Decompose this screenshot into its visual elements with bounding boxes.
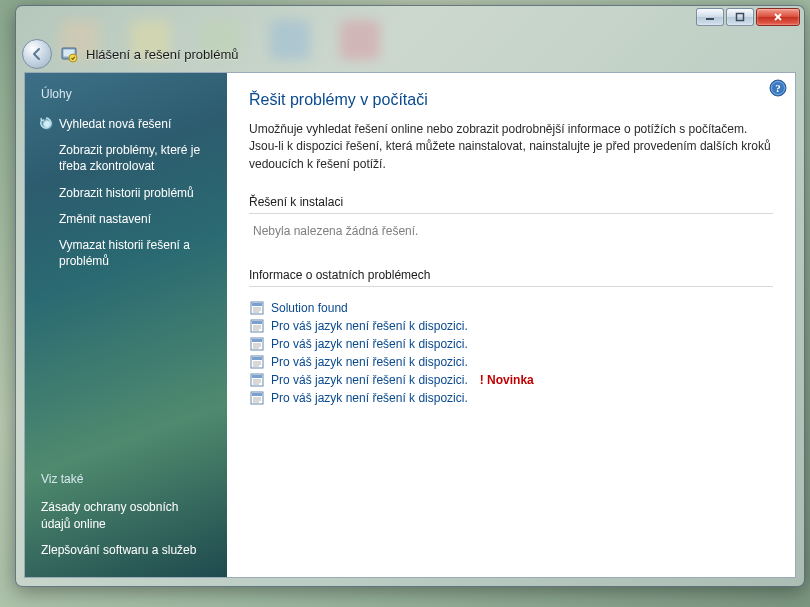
problem-item: Pro váš jazyk není řešení k dispozici. [249, 389, 773, 407]
problem-list: Solution found Pro váš jazyk není řešení… [249, 295, 773, 407]
see-also-label: Zásady ochrany osobních údajů online [41, 500, 178, 530]
back-button[interactable] [22, 39, 52, 69]
sidebar-item-label: Změnit nastavení [59, 212, 151, 226]
app-icon [60, 45, 78, 63]
sidebar-item-clear-history[interactable]: Vymazat historii řešení a problémů [41, 232, 211, 274]
sidebar-item-search-solutions[interactable]: Vyhledat nová řešení [41, 111, 211, 137]
problem-item: Pro váš jazyk není řešení k dispozici. [249, 335, 773, 353]
main-panel: ? Řešit problémy v počítači Umožňuje vyh… [227, 73, 795, 577]
problem-item: Pro váš jazyk není řešení k dispozici. [249, 317, 773, 335]
window-frame: Hlášení a řešení problémů Úlohy Vyhledat… [15, 5, 805, 587]
sidebar-item-label: Zobrazit problémy, které je třeba zkontr… [59, 143, 200, 173]
problem-item: Solution found [249, 299, 773, 317]
document-icon [249, 372, 265, 388]
document-icon [249, 318, 265, 334]
breadcrumb: Hlášení a řešení problémů [86, 47, 238, 62]
problem-link[interactable]: Pro váš jazyk není řešení k dispozici. [271, 337, 468, 351]
tasks-heading: Úlohy [41, 87, 211, 101]
problem-link[interactable]: Solution found [271, 301, 348, 315]
task-list: Vyhledat nová řešení Zobrazit problémy, … [41, 111, 211, 274]
sidebar-item-problem-history[interactable]: Zobrazit historii problémů [41, 180, 211, 206]
install-empty-message: Nebyla nalezena žádná řešení. [249, 222, 773, 238]
problem-item: Pro váš jazyk není řešení k dispozici. !… [249, 371, 773, 389]
svg-rect-31 [252, 375, 262, 378]
close-button[interactable] [756, 8, 800, 26]
sidebar: Úlohy Vyhledat nová řešení Zobrazit prob… [25, 73, 227, 577]
svg-rect-21 [252, 339, 262, 342]
content-area: Úlohy Vyhledat nová řešení Zobrazit prob… [24, 72, 796, 578]
see-also-list: Zásady ochrany osobních údajů online Zle… [41, 494, 211, 563]
sidebar-item-label: Vymazat historii řešení a problémů [59, 238, 190, 268]
document-icon [249, 354, 265, 370]
nav-strip: Hlášení a řešení problémů [16, 36, 804, 72]
refresh-icon [39, 116, 53, 134]
document-icon [249, 390, 265, 406]
svg-rect-1 [737, 14, 744, 21]
see-also-label: Zlepšování softwaru a služeb [41, 543, 196, 557]
problem-item: Pro váš jazyk není řešení k dispozici. [249, 353, 773, 371]
svg-rect-16 [252, 321, 262, 324]
titlebar [16, 6, 804, 36]
page-title: Řešit problémy v počítači [249, 91, 773, 109]
maximize-button[interactable] [726, 8, 754, 26]
sidebar-item-label: Zobrazit historii problémů [59, 186, 194, 200]
info-section-heading: Informace o ostatních problémech [249, 268, 773, 287]
see-also: Viz také Zásady ochrany osobních údajů o… [41, 472, 211, 563]
svg-rect-11 [252, 303, 262, 306]
help-icon[interactable]: ? [769, 79, 787, 97]
see-also-improvement[interactable]: Zlepšování softwaru a služeb [41, 537, 211, 563]
see-also-heading: Viz také [41, 472, 211, 486]
sidebar-item-label: Vyhledat nová řešení [59, 117, 171, 131]
svg-rect-36 [252, 393, 262, 396]
new-badge: ! Novinka [480, 373, 534, 387]
install-section-heading: Řešení k instalaci [249, 195, 773, 214]
svg-text:?: ? [775, 82, 781, 94]
document-icon [249, 300, 265, 316]
see-also-privacy[interactable]: Zásady ochrany osobních údajů online [41, 494, 211, 536]
problem-link[interactable]: Pro váš jazyk není řešení k dispozici. [271, 355, 468, 369]
svg-point-6 [69, 54, 77, 62]
svg-rect-26 [252, 357, 262, 360]
problem-link[interactable]: Pro váš jazyk není řešení k dispozici. [271, 373, 468, 387]
document-icon [249, 336, 265, 352]
minimize-button[interactable] [696, 8, 724, 26]
problem-link[interactable]: Pro váš jazyk není řešení k dispozici. [271, 391, 468, 405]
sidebar-item-change-settings[interactable]: Změnit nastavení [41, 206, 211, 232]
sidebar-item-view-problems[interactable]: Zobrazit problémy, které je třeba zkontr… [41, 137, 211, 179]
page-description: Umožňuje vyhledat řešení online nebo zob… [249, 121, 773, 173]
problem-link[interactable]: Pro váš jazyk není řešení k dispozici. [271, 319, 468, 333]
